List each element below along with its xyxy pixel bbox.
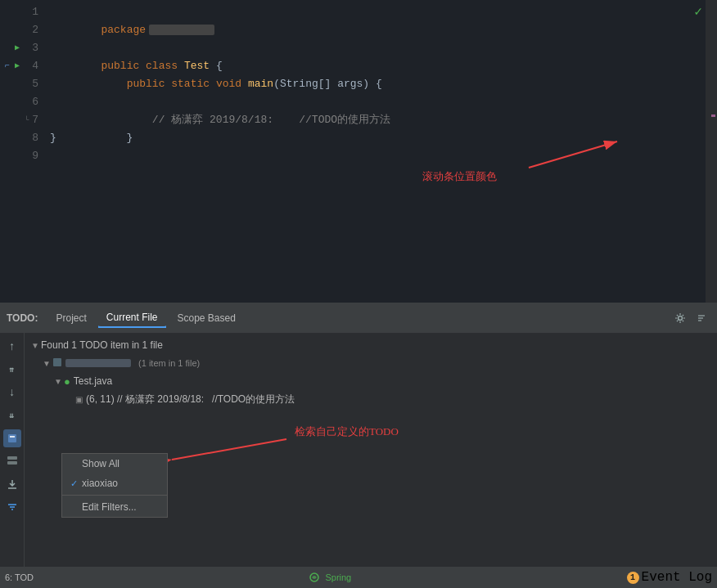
dropdown-separator	[62, 495, 167, 496]
todo-panel-body: ↑ ⇈ ↓ ⇊	[0, 333, 717, 567]
editor-area: 1 2 ▶ 3 ▶ ⌐ 4 5 6 └ 7 8 9 package	[0, 0, 717, 303]
todo-item-text: (6, 11) // 杨潇弈 2019/8/18: //TODO的使用方法	[86, 393, 295, 406]
dropdown-xiaoxiao-label: xiaoxiao	[82, 478, 118, 489]
editor-scrollbar[interactable]	[706, 0, 717, 303]
scrollbar-annotation: 滚动条位置颜色	[496, 135, 676, 188]
svg-rect-11	[53, 358, 61, 366]
svg-rect-6	[8, 434, 16, 442]
todo-tree-content[interactable]: ▼ Found 1 TODO item in 1 file ▼ (1 item …	[25, 333, 717, 567]
file-path-blur	[65, 359, 131, 367]
code-line-1: package	[50, 3, 717, 21]
scrollbar-annotation-text: 滚动条位置颜色	[422, 170, 497, 182]
spring-label: Spring	[325, 572, 351, 582]
status-todo-item[interactable]: 6: TOD	[5, 572, 34, 582]
move-up-btn[interactable]: ↑	[3, 338, 21, 356]
tree-toggle-group[interactable]: ▼	[43, 359, 52, 368]
todo-annotation-text: 检索自己定义的TODO	[295, 425, 399, 438]
svg-line-13	[172, 439, 286, 460]
expand-btn[interactable]: ⇈	[3, 361, 21, 379]
code-line-3: public class Test {	[50, 39, 717, 57]
java-file-name: Test.java	[74, 375, 112, 387]
status-spring[interactable]: Spring	[309, 572, 351, 583]
tree-toggle-root[interactable]: ▼	[31, 341, 41, 350]
status-bar: 6: TOD Spring 1 Event Log	[0, 567, 717, 588]
tree-todo-item[interactable]: ▣ (6, 11) // 杨潇弈 2019/8/18: //TODO的使用方法	[25, 390, 717, 408]
check-show-all	[70, 459, 82, 469]
breakpoint-arrow[interactable]: ▶	[15, 39, 20, 57]
move-down-btn[interactable]: ↓	[3, 384, 21, 402]
settings-icon-btn[interactable]	[671, 309, 689, 327]
check-edit-filters	[70, 502, 82, 512]
tab-project[interactable]: Project	[47, 309, 94, 327]
check-xiaoxiao: ✓	[70, 478, 82, 489]
dropdown-edit-filters[interactable]: Edit Filters...	[62, 497, 167, 517]
todo-panel-header: TODO: Project Current File Scope Based	[0, 303, 717, 333]
line-gutter: 1 2 ▶ 3 ▶ ⌐ 4 5 6 └ 7 8 9	[0, 0, 45, 303]
tab-scope-based[interactable]: Scope Based	[169, 309, 244, 327]
collapse-btn[interactable]: ⇊	[3, 406, 21, 424]
event-log-label: Event Log	[642, 570, 712, 585]
event-log-badge: 1	[627, 572, 639, 584]
tab-current-file[interactable]: Current File	[98, 308, 166, 328]
file-icon	[52, 357, 62, 370]
scroll-thumb	[711, 114, 715, 117]
svg-rect-8	[7, 456, 17, 460]
todo-item-icon: ▣	[75, 395, 83, 404]
tree-root[interactable]: ▼ Found 1 TODO item in 1 file	[25, 336, 717, 354]
export-btn[interactable]	[3, 475, 21, 493]
status-event-log[interactable]: 1 Event Log	[627, 570, 712, 585]
filter-dropdown-menu: Show All ✓ xiaoxiao Edit Filters...	[61, 453, 168, 518]
fold-end-icon[interactable]: └	[25, 111, 29, 129]
todo-panel: TODO: Project Current File Scope Based	[0, 303, 717, 567]
svg-rect-7	[10, 436, 15, 438]
tree-toggle-java[interactable]: ▼	[54, 377, 64, 386]
dropdown-edit-filters-label: Edit Filters...	[82, 501, 137, 513]
found-text: Found 1 TODO item in 1 file	[41, 339, 163, 351]
dropdown-show-all[interactable]: Show All	[62, 454, 167, 474]
tree-java-file[interactable]: ▼ ● Test.java	[25, 372, 717, 390]
fold-icon[interactable]: ⌐	[5, 57, 10, 75]
filter-btn[interactable]	[3, 429, 21, 447]
file-item-count: (1 item in 1 file)	[136, 358, 200, 368]
todo-panel-label: TODO:	[7, 312, 38, 324]
status-todo-label: 6: TOD	[5, 572, 34, 582]
list-view-btn[interactable]	[3, 452, 21, 470]
dropdown-xiaoxiao[interactable]: ✓ xiaoxiao	[62, 474, 167, 493]
filter-dropdown-btn[interactable]	[3, 498, 21, 516]
svg-rect-9	[7, 461, 17, 465]
sort-icon-btn[interactable]	[692, 309, 710, 327]
todo-sidebar: ↑ ⇈ ↓ ⇊	[0, 333, 25, 567]
tree-file-group[interactable]: ▼ (1 item in 1 file)	[25, 354, 717, 372]
dropdown-show-all-label: Show All	[82, 458, 120, 469]
java-file-icon: ●	[64, 375, 70, 388]
breakpoint-arrow[interactable]: ▶	[15, 57, 20, 75]
svg-line-1	[529, 141, 617, 168]
svg-point-2	[679, 316, 683, 321]
code-line-6: // 杨潇弈 2019/8/18: //TODO的使用方法	[50, 93, 717, 111]
editor-status-checkmark: ✓	[694, 3, 702, 20]
